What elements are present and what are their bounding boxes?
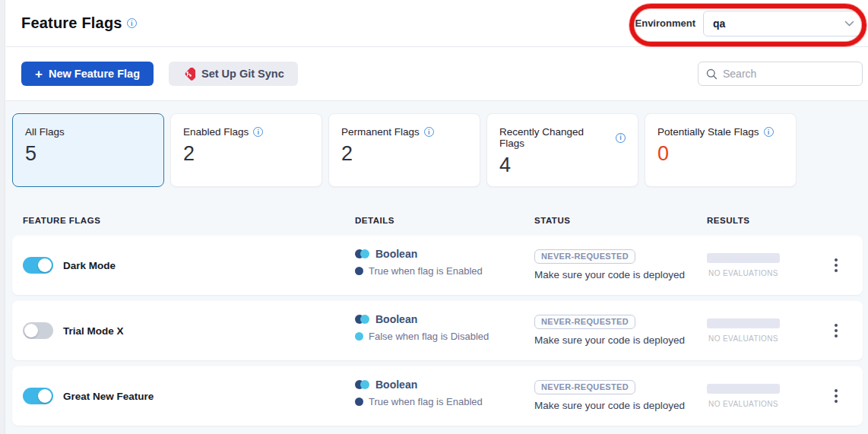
evaluations-note: NO EVALUATIONS [707, 269, 780, 277]
row-menu-button[interactable] [827, 319, 845, 342]
results-cell: NO EVALUATIONS [707, 384, 780, 408]
stat-label: All Flags [25, 126, 151, 138]
details-cell: Boolean True when flag is Enabled [355, 379, 483, 407]
environment-group: Environment qa [635, 11, 863, 36]
status-badge: NEVER-REQUESTED [534, 249, 635, 264]
table-row: Dark Mode Boolean True when flag is Enab… [12, 236, 863, 295]
flag-toggle[interactable] [23, 257, 53, 274]
row-menu-button[interactable] [827, 254, 845, 277]
stat-value: 2 [341, 144, 467, 164]
stat-card-potentially-stale-flags[interactable]: Potentially Stale Flagsi 0 [645, 113, 797, 187]
git-sync-label: Set Up Git Sync [201, 68, 284, 80]
page-title: Feature Flags [21, 14, 122, 32]
results-cell: NO EVALUATIONS [707, 318, 780, 343]
table-header: FEATURE FLAGS DETAILS STATUS RESULTS [12, 205, 863, 236]
status-note: Make sure your code is deployed [534, 269, 685, 280]
toggle-knob [38, 258, 52, 272]
search-input[interactable] [723, 68, 854, 80]
boolean-type-icon [355, 249, 369, 258]
stat-label: Enabled Flagsi [183, 126, 309, 138]
stat-value: 5 [25, 144, 151, 164]
flag-name[interactable]: Trial Mode X [63, 301, 124, 360]
table-row: Great New Feature Boolean True when flag… [12, 366, 863, 426]
environment-selected-value: qa [713, 17, 844, 30]
stats-row: All Flags 5 Enabled Flagsi 2 Permanent F… [12, 113, 863, 187]
behavior-dot-icon [355, 332, 363, 341]
stat-card-permanent-flags[interactable]: Permanent Flagsi 2 [328, 113, 480, 187]
flag-type-label: Boolean [375, 379, 417, 391]
page-header: Feature Flags i Environment qa [6, 0, 868, 47]
stat-value: 0 [657, 144, 784, 164]
table-row: Trial Mode X Boolean False when flag is … [12, 301, 863, 360]
status-note: Make sure your code is deployed [534, 334, 685, 346]
set-up-git-sync-button[interactable]: Set Up Git Sync [169, 62, 298, 86]
flag-name[interactable]: Great New Feature [63, 366, 154, 426]
column-header-feature-flags: FEATURE FLAGS [23, 216, 100, 225]
info-icon[interactable]: i [424, 127, 434, 137]
status-badge: NEVER-REQUESTED [534, 380, 635, 394]
environment-label: Environment [635, 17, 695, 29]
column-header-status: STATUS [534, 216, 570, 225]
search-box [698, 62, 863, 86]
details-cell: Boolean False when flag is Disabled [355, 313, 489, 342]
info-icon[interactable]: i [616, 133, 626, 143]
column-header-results: RESULTS [707, 216, 749, 225]
stat-label: Permanent Flagsi [341, 126, 467, 138]
flag-name[interactable]: Dark Mode [63, 236, 116, 295]
toggle-knob [38, 389, 52, 403]
info-icon[interactable]: i [127, 18, 137, 28]
flag-toggle[interactable] [23, 322, 53, 339]
left-edge-strip [0, 0, 5, 434]
stat-label: Potentially Stale Flagsi [657, 126, 784, 138]
behavior-text: True when flag is Enabled [369, 396, 483, 407]
evaluations-note: NO EVALUATIONS [707, 400, 780, 408]
flag-type-label: Boolean [375, 248, 417, 260]
status-note: Make sure your code is deployed [534, 400, 685, 411]
flag-type-label: Boolean [375, 313, 417, 325]
toolbar: + New Feature Flag Set Up Git Sync [6, 47, 868, 101]
column-header-details: DETAILS [355, 216, 394, 225]
details-cell: Boolean True when flag is Enabled [355, 248, 483, 277]
behavior-dot-icon [355, 267, 363, 275]
new-feature-flag-label: New Feature Flag [49, 68, 140, 80]
status-cell: NEVER-REQUESTED Make sure your code is d… [534, 249, 685, 280]
boolean-type-icon [355, 380, 369, 389]
status-cell: NEVER-REQUESTED Make sure your code is d… [534, 314, 685, 346]
behavior-text: False when flag is Disabled [369, 331, 489, 342]
row-menu-button[interactable] [827, 385, 845, 407]
environment-select[interactable]: qa [703, 11, 863, 36]
search-icon [706, 68, 718, 80]
status-badge: NEVER-REQUESTED [534, 315, 635, 329]
stat-card-recently-changed-flags[interactable]: Recently Changed Flagsi 4 [486, 113, 638, 187]
new-feature-flag-button[interactable]: + New Feature Flag [21, 62, 154, 86]
content-area: All Flags 5 Enabled Flagsi 2 Permanent F… [5, 101, 868, 434]
stat-label: Recently Changed Flagsi [499, 126, 626, 149]
stat-card-enabled-flags[interactable]: Enabled Flagsi 2 [170, 113, 322, 187]
stat-card-all-flags[interactable]: All Flags 5 [12, 113, 164, 187]
stat-value: 4 [499, 155, 626, 176]
stat-value: 2 [183, 144, 309, 164]
results-cell: NO EVALUATIONS [707, 253, 780, 277]
evaluations-note: NO EVALUATIONS [707, 334, 780, 343]
flag-toggle[interactable] [23, 388, 53, 404]
chevron-down-icon [844, 21, 854, 27]
git-icon [182, 68, 195, 81]
plus-icon: + [35, 68, 43, 81]
info-icon[interactable]: i [764, 127, 774, 137]
status-cell: NEVER-REQUESTED Make sure your code is d… [534, 379, 685, 411]
toggle-knob [24, 324, 38, 337]
boolean-type-icon [355, 315, 369, 324]
behavior-dot-icon [355, 398, 363, 406]
info-icon[interactable]: i [253, 127, 263, 137]
evaluations-bar [707, 384, 780, 394]
evaluations-bar [707, 318, 780, 328]
evaluations-bar [707, 253, 780, 263]
behavior-text: True when flag is Enabled [369, 265, 483, 277]
